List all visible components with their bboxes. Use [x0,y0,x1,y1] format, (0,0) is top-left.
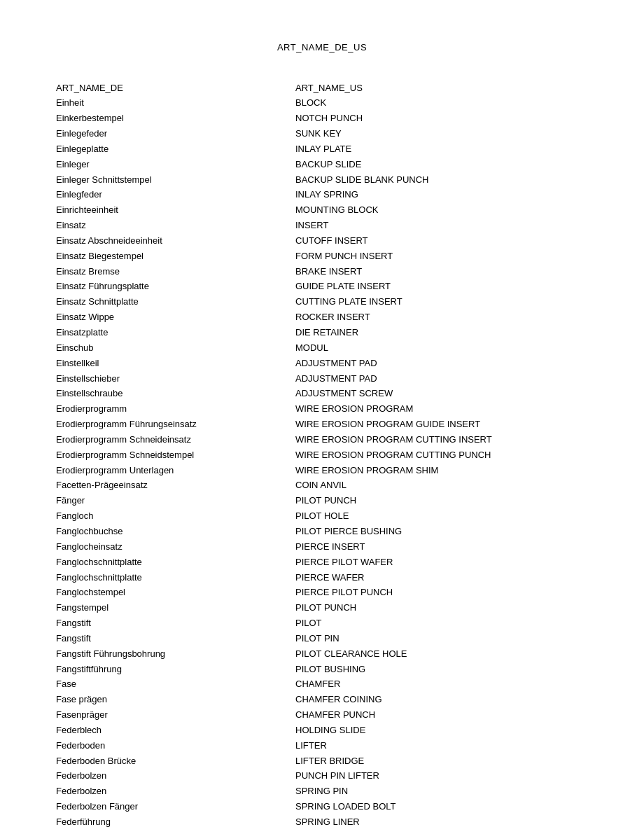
cell-us: LIFTER [295,738,588,753]
cell-us: HOLDING SLIDE [295,723,588,738]
cell-de: Fanglochschnittplatte [56,555,295,570]
table-row: FederbolzenPUNCH PIN LIFTER [56,769,588,784]
table-row: Federbolzen FängerSPRING LOADED BOLT [56,800,588,815]
cell-de: Einrichteeinheit [56,203,295,218]
cell-de: Federblech [56,723,295,738]
cell-us: SPRING LOADED BOLT [295,800,588,815]
cell-us: CUTTING PLATE INSERT [295,295,588,310]
page-title: ART_NAME_DE_US [56,42,588,53]
table-row: EinkerbestempelNOTCH PUNCH [56,111,588,127]
table-row: FasenprägerCHAMFER PUNCH [56,708,588,723]
cell-de: Erodierprogramm Schneidstempel [56,447,295,463]
cell-de: Einsatz Führungsplatte [56,279,295,295]
cell-de: Einsatz [56,218,295,234]
table-row: FängerPILOT PUNCH [56,494,588,509]
cell-de: Federbolzen Fänger [56,800,295,815]
data-table: ART_NAME_DE ART_NAME_US EinheitBLOCKEink… [56,81,588,834]
cell-de: Einstellkeil [56,356,295,371]
table-row: Fase prägenCHAMFER COINING [56,693,588,708]
table-row: FanglochbuchsePILOT PIERCE BUSHING [56,524,588,539]
cell-us: PIERCE PILOT WAFER [295,555,588,570]
cell-de: Fasenpräger [56,708,295,723]
table-row: FederführungSPRING LINER [56,815,588,830]
cell-us: FORM PUNCH INSERT [295,249,588,264]
cell-de: Fangstift [56,616,295,632]
cell-us: SPRING PIN [295,784,588,800]
cell-de: Erodierprogramm Schneideinsatz [56,432,295,447]
column-header-us: ART_NAME_US [295,81,588,96]
cell-us: NOTCH PUNCH [295,111,588,127]
table-row: Einsatz WippeROCKER INSERT [56,310,588,326]
cell-de: Einkerbestempel [56,111,295,127]
table-row: EinrichteeinheitMOUNTING BLOCK [56,203,588,218]
table-row: Einsatz SchnittplatteCUTTING PLATE INSER… [56,295,588,310]
cell-us: SPRING POCKET LINER [295,830,588,834]
cell-us: PIERCE WAFER [295,570,588,585]
table-row: EinlegeplatteINLAY PLATE [56,141,588,157]
cell-us: SUNK KEY [295,127,588,142]
cell-de: Fänger [56,494,295,509]
cell-us: INSERT [295,218,588,234]
cell-us: COIN ANVIL [295,478,588,494]
table-row: EinlegerBACKUP SLIDE [56,157,588,172]
cell-us: BLOCK [295,96,588,111]
cell-us: ADJUSTMENT PAD [295,356,588,371]
cell-us: WIRE EROSION PROGRAM SHIM [295,463,588,478]
cell-de: Einsatz Schnittplatte [56,295,295,310]
cell-us: PILOT CLEARANCE HOLE [295,646,588,662]
table-row: Einsatz BiegestempelFORM PUNCH INSERT [56,249,588,264]
table-row: FangstiftPILOT [56,616,588,632]
table-row: EinlegefederSUNK KEY [56,127,588,142]
table-row: EinheitBLOCK [56,96,588,111]
cell-de: Federführung [56,815,295,830]
cell-de: Fanglochschnittplatte [56,570,295,585]
table-row: FanglochschnittplattePIERCE WAFER [56,570,588,585]
table-row: EinstellschieberADJUSTMENT PAD [56,371,588,387]
cell-us: MOUNTING BLOCK [295,203,588,218]
table-row: EinsatzINSERT [56,218,588,234]
cell-de: Fangstift [56,631,295,646]
cell-us: WIRE EROSION PROGRAM GUIDE INSERT [295,417,588,433]
table-row: FanglochstempelPIERCE PILOT PUNCH [56,585,588,601]
cell-us: CHAMFER [295,677,588,693]
table-row: Erodierprogramm SchneidstempelWIRE EROSI… [56,447,588,463]
cell-de: Einlegeplatte [56,141,295,157]
cell-us: ADJUSTMENT SCREW [295,387,588,402]
page: ART_NAME_DE_US ART_NAME_DE ART_NAME_US E… [0,0,644,834]
table-row: Einsatz BremseBRAKE INSERT [56,264,588,279]
table-row: Erodierprogramm FührungseinsatzWIRE EROS… [56,417,588,433]
cell-us: ADJUSTMENT PAD [295,371,588,387]
cell-de: Einsatz Biegestempel [56,249,295,264]
cell-us: GUIDE PLATE INSERT [295,279,588,295]
cell-us: SPRING LINER [295,815,588,830]
cell-us: INLAY SPRING [295,188,588,203]
table-row: Einsatz AbschneideeinheitCUTOFF INSERT [56,233,588,249]
table-row: EinstellschraubeADJUSTMENT SCREW [56,387,588,402]
table-row: FanglochPILOT HOLE [56,509,588,524]
table-row: EinschubMODUL [56,340,588,356]
table-row: FederführungshülseSPRING POCKET LINER [56,830,588,834]
cell-us: PILOT PIN [295,631,588,646]
cell-de: Fanglochbuchse [56,524,295,539]
table-row: EinsatzplatteDIE RETAINER [56,326,588,341]
table-row: ErodierprogrammWIRE EROSION PROGRAM [56,402,588,417]
table-row: FangstiftPILOT PIN [56,631,588,646]
table-row: FangstempelPILOT PUNCH [56,601,588,616]
table-row: FederbodenLIFTER [56,738,588,753]
cell-de: Federbolzen [56,769,295,784]
cell-us: PIERCE INSERT [295,539,588,555]
column-header-de: ART_NAME_DE [56,81,295,96]
cell-us: WIRE EROSION PROGRAM CUTTING PUNCH [295,447,588,463]
cell-de: Federboden [56,738,295,753]
cell-de: Einschub [56,340,295,356]
cell-us: ROCKER INSERT [295,310,588,326]
cell-de: Fangstiftführung [56,662,295,677]
table-row: FederbolzenSPRING PIN [56,784,588,800]
cell-us: PILOT PIERCE BUSHING [295,524,588,539]
cell-de: Einlegfeder [56,188,295,203]
cell-de: Fangloch [56,509,295,524]
cell-de: Einleger Schnittstempel [56,172,295,188]
table-row: Erodierprogramm SchneideinsatzWIRE EROSI… [56,432,588,447]
cell-us: PILOT HOLE [295,509,588,524]
cell-us: PILOT BUSHING [295,662,588,677]
